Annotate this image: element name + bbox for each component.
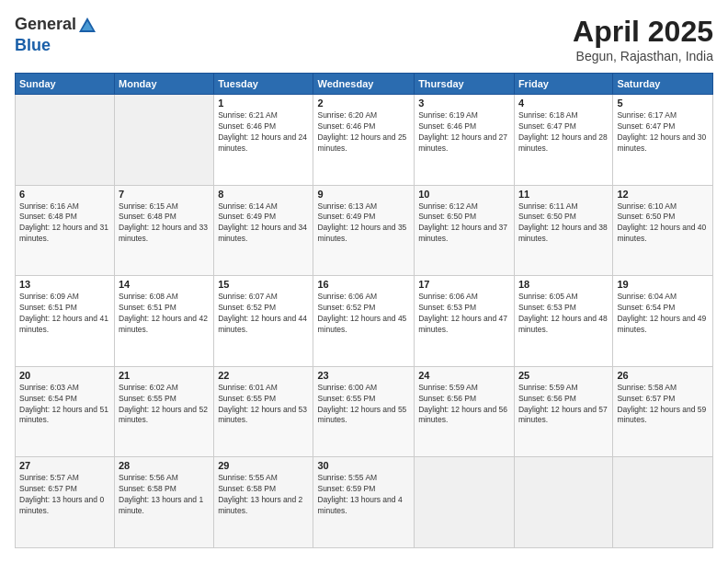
logo-icon <box>77 16 97 36</box>
table-row: 11Sunrise: 6:11 AMSunset: 6:50 PMDayligh… <box>514 185 612 276</box>
day-detail: Sunrise: 6:20 AMSunset: 6:46 PMDaylight:… <box>317 110 410 155</box>
col-wednesday: Wednesday <box>313 74 415 95</box>
table-row: 18Sunrise: 6:05 AMSunset: 6:53 PMDayligh… <box>514 276 612 367</box>
day-detail: Sunrise: 6:09 AMSunset: 6:51 PMDaylight:… <box>19 292 110 336</box>
day-number: 14 <box>119 279 210 290</box>
day-number: 21 <box>119 370 210 381</box>
day-number: 5 <box>617 98 709 109</box>
day-number: 17 <box>418 279 510 290</box>
day-detail: Sunrise: 5:55 AMSunset: 6:58 PMDaylight:… <box>218 473 309 517</box>
table-row: 7Sunrise: 6:15 AMSunset: 6:48 PMDaylight… <box>115 185 214 276</box>
col-sunday: Sunday <box>16 74 115 95</box>
day-detail: Sunrise: 6:02 AMSunset: 6:55 PMDaylight:… <box>119 383 210 427</box>
table-row: 4Sunrise: 6:18 AMSunset: 6:47 PMDaylight… <box>514 95 612 186</box>
day-number: 16 <box>317 279 410 290</box>
day-detail: Sunrise: 6:11 AMSunset: 6:50 PMDaylight:… <box>518 201 609 246</box>
table-row: 24Sunrise: 5:59 AMSunset: 6:56 PMDayligh… <box>415 366 515 457</box>
table-row: 8Sunrise: 6:14 AMSunset: 6:49 PMDaylight… <box>214 185 313 276</box>
day-number: 11 <box>518 189 609 200</box>
calendar-table: Sunday Monday Tuesday Wednesday Thursday… <box>15 73 713 548</box>
calendar-week-row: 1Sunrise: 6:21 AMSunset: 6:46 PMDaylight… <box>16 95 713 186</box>
day-number: 1 <box>218 98 309 109</box>
table-row: 1Sunrise: 6:21 AMSunset: 6:46 PMDaylight… <box>214 95 313 186</box>
location: Begun, Rajasthan, India <box>573 49 713 63</box>
day-detail: Sunrise: 6:12 AMSunset: 6:50 PMDaylight:… <box>418 201 510 246</box>
table-row: 28Sunrise: 5:56 AMSunset: 6:58 PMDayligh… <box>115 457 214 548</box>
day-detail: Sunrise: 5:56 AMSunset: 6:58 PMDaylight:… <box>119 473 210 517</box>
table-row: 3Sunrise: 6:19 AMSunset: 6:46 PMDaylight… <box>415 95 515 186</box>
col-tuesday: Tuesday <box>214 74 313 95</box>
table-row: 16Sunrise: 6:06 AMSunset: 6:52 PMDayligh… <box>313 276 415 367</box>
day-detail: Sunrise: 5:58 AMSunset: 6:57 PMDaylight:… <box>617 383 709 427</box>
table-row: 22Sunrise: 6:01 AMSunset: 6:55 PMDayligh… <box>214 366 313 457</box>
col-monday: Monday <box>115 74 214 95</box>
day-detail: Sunrise: 6:06 AMSunset: 6:53 PMDaylight:… <box>418 292 510 336</box>
day-detail: Sunrise: 6:18 AMSunset: 6:47 PMDaylight:… <box>518 110 609 155</box>
table-row <box>514 457 612 548</box>
day-number: 28 <box>119 460 210 471</box>
day-number: 13 <box>19 279 110 290</box>
table-row <box>115 95 214 186</box>
calendar-week-row: 27Sunrise: 5:57 AMSunset: 6:57 PMDayligh… <box>16 457 713 548</box>
table-row: 14Sunrise: 6:08 AMSunset: 6:51 PMDayligh… <box>115 276 214 367</box>
day-number: 3 <box>418 98 510 109</box>
logo-text: General Blue <box>15 15 98 55</box>
table-row: 30Sunrise: 5:55 AMSunset: 6:59 PMDayligh… <box>313 457 415 548</box>
day-number: 4 <box>518 98 609 109</box>
day-detail: Sunrise: 6:14 AMSunset: 6:49 PMDaylight:… <box>218 201 309 246</box>
day-detail: Sunrise: 6:15 AMSunset: 6:48 PMDaylight:… <box>119 201 210 246</box>
col-thursday: Thursday <box>415 74 515 95</box>
title-block: April 2025 Begun, Rajasthan, India <box>573 15 713 63</box>
day-detail: Sunrise: 5:59 AMSunset: 6:56 PMDaylight:… <box>518 383 609 427</box>
day-number: 8 <box>218 189 309 200</box>
day-number: 18 <box>518 279 609 290</box>
day-number: 2 <box>317 98 410 109</box>
day-number: 22 <box>218 370 309 381</box>
table-row: 12Sunrise: 6:10 AMSunset: 6:50 PMDayligh… <box>613 185 713 276</box>
day-detail: Sunrise: 6:05 AMSunset: 6:53 PMDaylight:… <box>518 292 609 336</box>
table-row: 19Sunrise: 6:04 AMSunset: 6:54 PMDayligh… <box>613 276 713 367</box>
day-number: 7 <box>119 189 210 200</box>
table-row: 26Sunrise: 5:58 AMSunset: 6:57 PMDayligh… <box>613 366 713 457</box>
table-row: 17Sunrise: 6:06 AMSunset: 6:53 PMDayligh… <box>415 276 515 367</box>
day-detail: Sunrise: 6:01 AMSunset: 6:55 PMDaylight:… <box>218 383 309 427</box>
day-number: 27 <box>19 460 110 471</box>
calendar-week-row: 13Sunrise: 6:09 AMSunset: 6:51 PMDayligh… <box>16 276 713 367</box>
table-row: 29Sunrise: 5:55 AMSunset: 6:58 PMDayligh… <box>214 457 313 548</box>
day-detail: Sunrise: 6:21 AMSunset: 6:46 PMDaylight:… <box>218 110 309 155</box>
day-number: 9 <box>317 189 410 200</box>
day-detail: Sunrise: 6:10 AMSunset: 6:50 PMDaylight:… <box>617 201 709 246</box>
day-number: 15 <box>218 279 309 290</box>
table-row: 13Sunrise: 6:09 AMSunset: 6:51 PMDayligh… <box>16 276 115 367</box>
day-number: 23 <box>317 370 410 381</box>
col-saturday: Saturday <box>613 74 713 95</box>
day-detail: Sunrise: 6:06 AMSunset: 6:52 PMDaylight:… <box>317 292 410 336</box>
month-title: April 2025 <box>573 15 713 49</box>
day-detail: Sunrise: 6:13 AMSunset: 6:49 PMDaylight:… <box>317 201 410 246</box>
day-number: 25 <box>518 370 609 381</box>
day-detail: Sunrise: 5:59 AMSunset: 6:56 PMDaylight:… <box>418 383 510 427</box>
table-row <box>415 457 515 548</box>
day-detail: Sunrise: 6:07 AMSunset: 6:52 PMDaylight:… <box>218 292 309 336</box>
day-number: 6 <box>19 189 110 200</box>
table-row: 20Sunrise: 6:03 AMSunset: 6:54 PMDayligh… <box>16 366 115 457</box>
col-friday: Friday <box>514 74 612 95</box>
calendar-week-row: 6Sunrise: 6:16 AMSunset: 6:48 PMDaylight… <box>16 185 713 276</box>
day-number: 20 <box>19 370 110 381</box>
logo-blue: Blue <box>15 36 51 54</box>
table-row: 25Sunrise: 5:59 AMSunset: 6:56 PMDayligh… <box>514 366 612 457</box>
day-detail: Sunrise: 6:00 AMSunset: 6:55 PMDaylight:… <box>317 383 410 427</box>
logo: General Blue <box>15 15 98 55</box>
table-row: 21Sunrise: 6:02 AMSunset: 6:55 PMDayligh… <box>115 366 214 457</box>
table-row: 9Sunrise: 6:13 AMSunset: 6:49 PMDaylight… <box>313 185 415 276</box>
table-row <box>613 457 713 548</box>
day-detail: Sunrise: 6:04 AMSunset: 6:54 PMDaylight:… <box>617 292 709 336</box>
day-number: 30 <box>317 460 410 471</box>
day-number: 19 <box>617 279 709 290</box>
day-detail: Sunrise: 5:57 AMSunset: 6:57 PMDaylight:… <box>19 473 110 517</box>
day-number: 10 <box>418 189 510 200</box>
logo-general: General <box>15 15 76 33</box>
day-number: 26 <box>617 370 709 381</box>
day-number: 12 <box>617 189 709 200</box>
table-row: 27Sunrise: 5:57 AMSunset: 6:57 PMDayligh… <box>16 457 115 548</box>
